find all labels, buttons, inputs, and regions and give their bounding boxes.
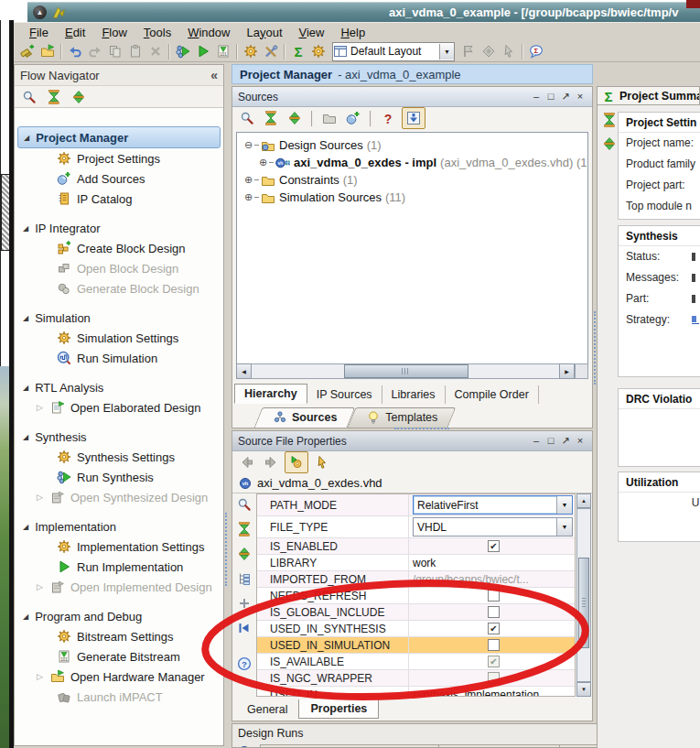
fn-item-create-block-design[interactable]: Create Block Design [15, 238, 223, 258]
group-properties-button[interactable] [234, 569, 254, 588]
fn-item-simulation-settings[interactable]: Simulation Settings [15, 328, 223, 348]
property-row-imported-from[interactable]: IMPORTED_FROM/group/bcapps/bwiec/t... [257, 571, 575, 588]
expander-icon[interactable]: ▷ [37, 582, 50, 591]
tab-properties[interactable]: Properties [298, 699, 379, 719]
property-row-path-mode[interactable]: PATH_MODERelativeFirst▼ [257, 494, 575, 516]
fn-item-run-simulation[interactable]: Run Simulation [15, 348, 223, 368]
is-enabled-checkbox[interactable]: ✔ [488, 540, 500, 552]
scroll-left-button[interactable]: ◀ [236, 363, 252, 379]
dropdown-arrow-icon[interactable]: ▼ [556, 496, 572, 514]
dock-tab-sources[interactable]: Sources [258, 407, 351, 428]
search-button[interactable] [19, 88, 39, 106]
needs-refresh-checkbox[interactable] [488, 590, 500, 602]
messages-button[interactable]: Σ [526, 42, 546, 60]
tab-ip-sources[interactable]: IP Sources [307, 385, 382, 404]
fn-item-project-settings[interactable]: Project Settings [15, 148, 223, 168]
expander-icon[interactable]: ▷ [37, 672, 50, 681]
property-row-library[interactable]: LIBRARYwork [257, 555, 575, 571]
fn-section-rtl-analysis[interactable]: ◢RTL Analysis [15, 377, 223, 397]
fn-item-open-hardware-manager[interactable]: ▷Open Hardware Manager [15, 667, 223, 687]
scroll-right-button[interactable]: ▶ [559, 363, 575, 379]
fn-item-run-implementation[interactable]: Run Implementation [15, 557, 223, 577]
dropdown-arrow-icon[interactable]: ▼ [556, 518, 572, 536]
property-row-file-type[interactable]: FILE_TYPEVHDL▼ [257, 516, 575, 538]
scroll-to-selected-button[interactable] [402, 107, 425, 129]
search-button[interactable] [234, 495, 254, 514]
generate-bitstream-button[interactable]: 101 [213, 42, 233, 60]
fn-item-implementation-settings[interactable]: Implementation Settings [15, 537, 223, 557]
scroll-up-button[interactable]: ▲ [576, 493, 591, 508]
path-mode-combobox[interactable]: RelativeFirst▼ [413, 495, 573, 515]
layout-dropdown[interactable]: Default Layout▼ [332, 42, 455, 61]
fn-item-generate-bitstream[interactable]: 101Generate Bitstream [15, 646, 223, 667]
property-row-used-in-synthesis[interactable]: USED_IN_SYNTHESIS✔ [257, 621, 575, 637]
tab-libraries[interactable]: Libraries [382, 385, 446, 404]
sources-float-button[interactable]: ↗ [559, 91, 572, 103]
collapse-all-button[interactable] [261, 109, 281, 127]
tab-hierarchy[interactable]: Hierarchy [234, 384, 307, 404]
add-sources-button[interactable] [343, 109, 363, 127]
fn-item-ip-catalog[interactable]: IP Catalog [15, 189, 223, 209]
file-type-combobox[interactable]: VHDL▼ [413, 517, 573, 537]
property-row-needs-refresh[interactable]: NEEDS_REFRESH [257, 588, 575, 604]
scrollbar-thumb[interactable] [578, 558, 589, 649]
dock-tab-templates[interactable]: Templates [351, 407, 452, 428]
run-synthesis-button[interactable] [173, 42, 193, 60]
settings-button[interactable] [241, 42, 261, 60]
collapse-node-icon[interactable]: ⊖ [242, 139, 254, 151]
tools-button[interactable] [261, 42, 281, 60]
tab-compile-order[interactable]: Compile Order [446, 385, 539, 404]
run-button[interactable] [193, 42, 213, 60]
sources-horizontal-scrollbar[interactable]: ◀ ▶ [236, 363, 588, 379]
fn-item-add-sources[interactable]: Add Sources [15, 168, 223, 189]
is-global-include-checkbox[interactable] [488, 606, 500, 618]
fn-section-ip-integrator[interactable]: ◢IP Integrator [15, 218, 223, 238]
expand-all-button[interactable] [69, 88, 89, 106]
menu-tools[interactable]: Tools [135, 24, 179, 41]
fn-item-run-synthesis[interactable]: Run Synthesis [15, 467, 223, 487]
window-menu-button[interactable]: ▲ [33, 5, 47, 19]
fn-section-project-manager[interactable]: ◢Project Manager [17, 126, 221, 148]
expander-icon[interactable]: ▷ [37, 403, 50, 412]
undo-button[interactable] [65, 42, 85, 60]
column-header-part[interactable]: Part [439, 744, 560, 748]
sources-close-button[interactable]: × [574, 91, 587, 103]
flow-navigator-collapse-button[interactable]: « [210, 68, 218, 82]
expander-icon[interactable]: ▷ [37, 493, 50, 502]
column-header-name[interactable]: Name [260, 744, 439, 748]
collapse-all-button[interactable] [44, 88, 64, 106]
used-in-synthesis-checkbox[interactable]: ✔ [488, 623, 500, 634]
expand-node-icon[interactable]: ⊕ [242, 174, 254, 186]
search-button[interactable] [237, 109, 257, 127]
menu-help[interactable]: Help [332, 24, 373, 41]
flow-navigator-splitter[interactable] [225, 513, 230, 586]
menu-window[interactable]: Window [179, 24, 238, 41]
center-splitter-handle[interactable] [594, 311, 598, 385]
fn-item-synthesis-settings[interactable]: Synthesis Settings [15, 447, 223, 467]
open-project-button[interactable] [38, 42, 58, 60]
project-summary-tab[interactable]: Σ Project Summa [597, 86, 700, 105]
help-button[interactable]: ? [234, 655, 254, 673]
used-in-simulation-checkbox[interactable] [488, 639, 500, 651]
property-row-is-ngc-wrapper[interactable]: IS_NGC_WRAPPER [257, 670, 575, 687]
menu-flow[interactable]: Flow [93, 24, 135, 41]
tree-row-axi-vdma-0-exdes-impl[interactable]: ⊕vhaxi_vdma_0_exdes - impl (axi_vdma_0_e… [237, 154, 587, 171]
add-property-button[interactable] [234, 594, 254, 612]
property-row-used-in-simulation[interactable]: USED_IN_SIMULATION [257, 637, 575, 654]
properties-minimize-button[interactable]: – [530, 435, 543, 448]
tree-row-design-sources[interactable]: ⊖Design Sources (1) [237, 136, 587, 154]
tree-row-simulation-sources[interactable]: ⊕Simulation Sources (11) [237, 189, 587, 206]
new-project-button[interactable] [17, 42, 38, 60]
properties-vertical-scrollbar[interactable]: ▲ ▼ [576, 493, 591, 697]
scroll-down-button[interactable]: ▼ [576, 682, 591, 697]
menu-layout[interactable]: Layout [238, 24, 290, 41]
collapse-all-button[interactable] [599, 111, 619, 129]
scrollbar-track[interactable] [576, 508, 591, 682]
properties-mode-button[interactable] [285, 451, 308, 473]
panel-splitter-handle[interactable] [394, 428, 449, 429]
expand-all-button[interactable] [285, 109, 305, 127]
scrollbar-thumb[interactable] [344, 364, 468, 378]
property-row-is-enabled[interactable]: IS_ENABLED✔ [257, 538, 575, 555]
tree-row-constraints[interactable]: ⊕Constraints (1) [237, 171, 587, 189]
expand-node-icon[interactable]: ⊕ [242, 191, 254, 203]
